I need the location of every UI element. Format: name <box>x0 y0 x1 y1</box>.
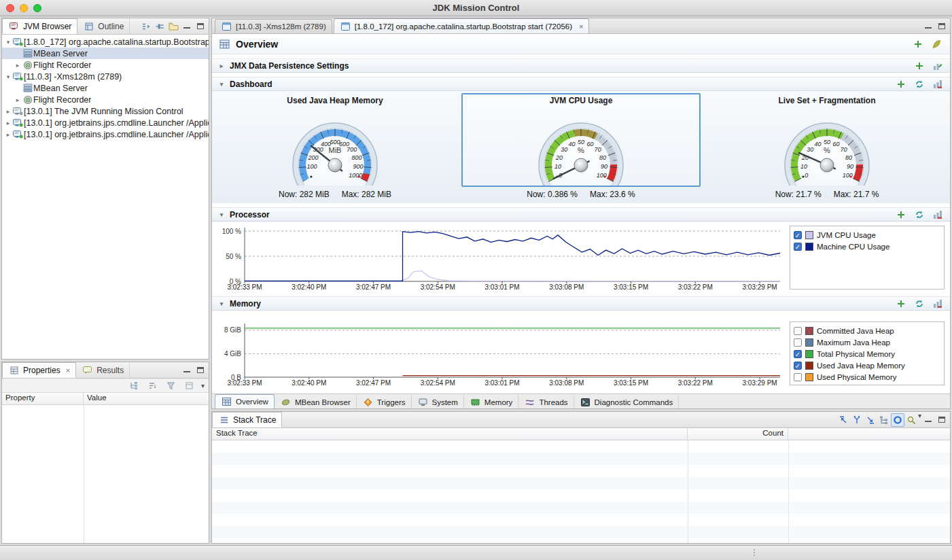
new-connection-icon[interactable] <box>166 18 180 34</box>
minimize-view-icon[interactable] <box>921 19 935 33</box>
add-chart-icon[interactable] <box>894 211 908 219</box>
group-by-thread-icon[interactable] <box>891 413 904 427</box>
legend-item[interactable]: ✓Machine CPU Usage <box>794 241 940 252</box>
processor-section-header[interactable]: ▾ Processor <box>212 207 950 222</box>
tab-properties[interactable]: Properties × <box>2 362 76 378</box>
column-header-count[interactable]: Count <box>688 428 788 440</box>
legend-item[interactable]: Committed Java Heap <box>794 325 940 336</box>
tree-expander-icon[interactable]: ▾ <box>4 73 12 80</box>
jvm-tree-item[interactable]: MBean Server <box>2 82 209 94</box>
tree-expander-icon[interactable]: ▸ <box>4 120 12 126</box>
legend-checkbox[interactable]: ✓ <box>794 243 802 251</box>
jvm-tree-item[interactable]: ▸Flight Recorder <box>2 94 209 105</box>
minimize-view-icon[interactable] <box>921 412 935 427</box>
page-tab-threads[interactable]: Threads <box>518 396 574 408</box>
gauge-jvm-cpu-usage[interactable]: JVM CPU Usage0102030405060708090100% <box>461 93 700 187</box>
jvm-tree-item[interactable]: ▸[13.0.1] org.jetbrains.jps.cmdline.Laun… <box>2 128 209 140</box>
refresh-icon[interactable] <box>913 80 926 89</box>
editor-tab[interactable]: [11.0.3] -Xms128m (2789) <box>215 19 332 33</box>
column-header-stack-trace[interactable]: Stack Trace <box>212 428 688 440</box>
edit-chart-icon[interactable] <box>931 61 945 71</box>
jvm-tree-item[interactable]: ▾[11.0.3] -Xms128m (2789) <box>2 71 209 82</box>
minimize-view-icon[interactable] <box>180 18 194 34</box>
legend-checkbox[interactable]: ✓ <box>794 362 802 370</box>
tab-results[interactable]: Results <box>76 362 130 378</box>
close-view-icon[interactable]: × <box>66 366 70 374</box>
gauge-live-set-fragmentation[interactable]: Live Set + Fragmentation0102030405060708… <box>707 93 946 187</box>
fork-frame-icon[interactable] <box>850 412 864 427</box>
tree-layout-icon[interactable] <box>877 412 891 427</box>
move-down-frame-icon[interactable] <box>864 412 877 427</box>
tree-expander-icon[interactable]: ▸ <box>14 97 22 103</box>
editor-tab[interactable]: [1.8.0_172] org.apache.catalina.startup.… <box>334 18 590 33</box>
maximize-view-icon[interactable] <box>935 412 949 427</box>
tab-outline[interactable]: Outline <box>77 18 130 34</box>
move-up-frame-icon[interactable] <box>836 412 850 427</box>
memory-chart[interactable]: 0 B4 GiB8 GiB3:02:33 PM3:02:40 PM3:02:47… <box>213 321 784 387</box>
processor-chart[interactable]: 0 %50 %100 %3:02:33 PM3:02:40 PM3:02:47 … <box>213 226 784 291</box>
jvm-tree-item[interactable]: ▸Flight Recorder <box>2 59 209 71</box>
legend-item[interactable]: ✓Used Java Heap Memory <box>794 360 940 371</box>
jvm-tree-item[interactable]: ▾[1.8.0_172] org.apache.catalina.startup… <box>2 36 209 48</box>
tree-expander-icon[interactable]: ▸ <box>4 108 12 115</box>
column-header-value[interactable]: Value <box>84 393 209 404</box>
jvm-tree-item[interactable]: ▸[13.0.1] The JVM Running Mission Contro… <box>2 105 209 117</box>
feather-icon[interactable] <box>930 39 943 49</box>
add-chart-icon[interactable] <box>894 300 908 308</box>
maximize-view-icon[interactable] <box>194 362 207 378</box>
jvm-tree-item[interactable]: MBean Server <box>2 48 209 59</box>
legend-item[interactable]: Maximum Java Heap <box>794 336 940 348</box>
tab-jvm-browser[interactable]: JVM Browser <box>2 18 77 34</box>
legend-checkbox[interactable] <box>794 327 802 335</box>
legend-checkbox[interactable] <box>794 373 802 381</box>
section-expander-icon[interactable]: ▾ <box>217 300 226 307</box>
refresh-icon[interactable] <box>913 210 926 220</box>
tree-expander-icon[interactable]: ▸ <box>4 131 12 138</box>
legend-item[interactable]: Used Physical Memory <box>794 371 940 383</box>
page-tab-diagnostic-commands[interactable]: Diagnostic Commands <box>574 396 680 408</box>
page-tab-triggers[interactable]: Triggers <box>357 396 412 408</box>
tree-mode-icon[interactable] <box>128 379 141 392</box>
add-chart-icon[interactable] <box>894 80 908 88</box>
remove-chart-icon[interactable] <box>931 80 945 89</box>
section-expander-icon[interactable]: ▸ <box>217 63 226 69</box>
tree-expander-icon[interactable]: ▸ <box>14 62 22 69</box>
minimize-view-icon[interactable] <box>180 362 194 378</box>
dashboard-section-header[interactable]: ▾ Dashboard <box>212 77 950 91</box>
pin-icon[interactable] <box>183 379 196 392</box>
page-tab-system[interactable]: System <box>412 396 464 408</box>
page-tab-mbean-browser[interactable]: MBean Browser <box>275 396 357 408</box>
jmx-section-header[interactable]: ▸ JMX Data Persistence Settings <box>212 58 950 73</box>
memory-section-header[interactable]: ▾ Memory <box>212 296 950 311</box>
legend-checkbox[interactable] <box>794 338 802 347</box>
sort-icon[interactable] <box>146 379 160 392</box>
sash-grip[interactable] <box>753 548 756 557</box>
column-header-property[interactable]: Property <box>2 393 84 404</box>
tab-stack-trace[interactable]: Stack Trace <box>212 412 282 427</box>
page-tab-memory[interactable]: Memory <box>464 396 519 408</box>
section-expander-icon[interactable]: ▾ <box>217 211 226 218</box>
close-window-button[interactable] <box>6 4 14 12</box>
remove-chart-icon[interactable] <box>931 210 945 220</box>
legend-checkbox[interactable]: ✓ <box>794 231 802 239</box>
add-chart-icon[interactable] <box>911 40 925 48</box>
view-menu-icon[interactable]: ▾ <box>201 382 205 389</box>
legend-item[interactable]: ✓JVM CPU Usage <box>794 229 940 241</box>
legend-item[interactable]: ✓Total Physical Memory <box>794 348 940 360</box>
zoom-window-button[interactable] <box>33 4 41 12</box>
tree-expander-icon[interactable]: ▾ <box>4 39 12 46</box>
section-expander-icon[interactable]: ▾ <box>217 81 226 88</box>
legend-checkbox[interactable]: ✓ <box>794 350 802 358</box>
inspect-icon[interactable] <box>904 412 918 427</box>
refresh-icon[interactable] <box>913 299 926 309</box>
filter-icon[interactable] <box>164 379 178 392</box>
maximize-view-icon[interactable] <box>935 19 949 33</box>
minimize-window-button[interactable] <box>20 4 28 12</box>
gauge-used-java-heap-memory[interactable]: Used Java Heap Memory1002003004005006007… <box>215 93 454 187</box>
add-chart-icon[interactable] <box>913 62 926 70</box>
collapse-all-icon[interactable] <box>139 18 153 34</box>
close-tab-icon[interactable]: × <box>579 22 583 31</box>
remove-chart-icon[interactable] <box>931 299 945 309</box>
maximize-view-icon[interactable] <box>194 18 207 34</box>
connect-icon[interactable] <box>153 18 166 34</box>
